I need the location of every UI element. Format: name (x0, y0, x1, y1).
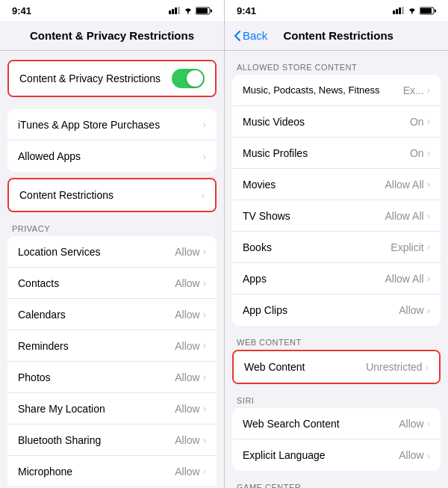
explicit-language-row[interactable]: Explicit Language Allow › (232, 439, 441, 471)
itunes-row[interactable]: iTunes & App Store Purchases › (7, 109, 217, 140)
tvshows-row[interactable]: TV Shows Allow All › (232, 200, 441, 232)
back-label-right: Back (243, 29, 267, 42)
books-row[interactable]: Books Explicit › (232, 232, 441, 263)
web-content-row[interactable]: Web Content Unrestricted › (234, 351, 439, 383)
web-content-value: Unrestricted (366, 361, 422, 373)
status-icons-right (393, 7, 436, 15)
privacy-card: Location Services Allow › Contacts Allow… (7, 236, 217, 488)
app-clips-chevron: › (427, 305, 430, 316)
books-value: Explicit (391, 241, 423, 253)
bluetooth-chevron: › (203, 434, 206, 445)
toggle-card: Content & Privacy Restrictions (9, 61, 215, 96)
books-chevron: › (427, 241, 430, 253)
privacy-section-header: PRIVACY (0, 224, 224, 236)
apps-row[interactable]: Apps Allow All › (232, 263, 441, 294)
content-privacy-toggle[interactable] (172, 69, 205, 88)
content-restrictions-highlight: Content Restrictions › (7, 178, 217, 212)
svg-rect-7 (211, 9, 212, 12)
svg-rect-11 (402, 7, 404, 14)
nav-bar-left: Content & Privacy Restrictions (0, 21, 224, 51)
calendars-row[interactable]: Calendars Allow › (7, 299, 217, 330)
itunes-chevron: › (203, 119, 206, 130)
content-restrictions-row[interactable]: Content Restrictions › (9, 179, 215, 211)
app-clips-label: App Clips (243, 304, 399, 316)
photos-row[interactable]: Photos Allow › (7, 362, 217, 393)
status-bar-left: 9:41 (0, 0, 224, 21)
tvshows-value: Allow All (385, 210, 424, 222)
nav-title-left: Content & Privacy Restrictions (9, 29, 215, 42)
bluetooth-value: Allow (175, 434, 199, 446)
music-profiles-label: Music Profiles (243, 147, 410, 159)
siri-header: SIRI (225, 396, 448, 408)
web-content-section: WEB CONTENT Web Content Unrestricted › (225, 338, 448, 384)
web-content-header: WEB CONTENT (225, 338, 448, 350)
web-search-chevron: › (427, 418, 430, 429)
allowed-store-section: ALLOWED STORE CONTENT Music, Podcasts, N… (225, 63, 448, 326)
right-scroll[interactable]: ALLOWED STORE CONTENT Music, Podcasts, N… (225, 51, 448, 488)
location-chevron: › (203, 246, 206, 257)
signal-icon (169, 7, 181, 14)
app-clips-value: Allow (399, 304, 423, 316)
left-scroll[interactable]: Content & Privacy Restrictions iTunes & … (0, 51, 224, 488)
music-profiles-chevron: › (427, 147, 430, 158)
game-center-section: GAME CENTER Multiplayer Games Allow with… (225, 483, 448, 488)
status-icons-left (169, 7, 212, 15)
music-profiles-row[interactable]: Music Profiles On › (232, 138, 441, 169)
bluetooth-row[interactable]: Bluetooth Sharing Allow › (7, 424, 217, 456)
allowed-apps-chevron: › (203, 151, 206, 162)
content-restrictions-chevron: › (202, 190, 205, 201)
books-label: Books (243, 241, 391, 253)
allowed-apps-row[interactable]: Allowed Apps › (7, 140, 217, 172)
itunes-card: iTunes & App Store Purchases › Allowed A… (7, 109, 217, 172)
reminders-value: Allow (175, 340, 199, 352)
signal-icon-right (393, 7, 405, 14)
back-button-right[interactable]: Back (234, 29, 267, 42)
svg-rect-9 (396, 9, 398, 14)
explicit-language-chevron: › (427, 450, 430, 461)
app-clips-row[interactable]: App Clips Allow › (232, 294, 441, 326)
back-chevron-icon (234, 30, 241, 42)
nav-bar-right: Back Content Restrictions (225, 21, 448, 51)
music-videos-chevron: › (427, 116, 430, 127)
movies-label: Movies (243, 179, 385, 191)
photos-value: Allow (175, 371, 199, 383)
microphone-row[interactable]: Microphone Allow › (7, 456, 217, 487)
music-podcasts-row[interactable]: Music, Podcasts, News, Fitness Ex... › (232, 75, 441, 106)
music-videos-label: Music Videos (243, 116, 410, 128)
left-screen: 9:41 Content & Privacy Restrictions Cont… (0, 0, 224, 488)
right-screen: 9:41 Back Content Restrictions ALLOWED S… (224, 0, 448, 488)
svg-rect-15 (435, 9, 436, 12)
location-value: Allow (175, 246, 199, 258)
toggle-row[interactable]: Content & Privacy Restrictions (9, 61, 215, 96)
movies-row[interactable]: Movies Allow All › (232, 169, 441, 200)
apps-chevron: › (427, 273, 430, 284)
allowed-store-header: ALLOWED STORE CONTENT (225, 63, 448, 75)
status-bar-right: 9:41 (225, 0, 448, 21)
svg-rect-10 (399, 7, 401, 14)
contacts-chevron: › (203, 277, 206, 288)
toggle-highlight-box: Content & Privacy Restrictions (7, 60, 217, 97)
share-location-value: Allow (175, 403, 199, 415)
music-videos-row[interactable]: Music Videos On › (232, 106, 441, 138)
reminders-row[interactable]: Reminders Allow › (7, 330, 217, 362)
photos-label: Photos (18, 371, 175, 383)
calendars-chevron: › (203, 309, 206, 320)
microphone-chevron: › (203, 466, 206, 477)
svg-point-12 (411, 13, 413, 14)
movies-chevron: › (427, 179, 430, 190)
share-location-row[interactable]: Share My Location Allow › (7, 393, 217, 424)
photos-chevron: › (203, 371, 206, 383)
web-search-row[interactable]: Web Search Content Allow › (232, 408, 441, 439)
contacts-row[interactable]: Contacts Allow › (7, 268, 217, 299)
toggle-label: Content & Privacy Restrictions (19, 72, 172, 84)
share-location-chevron: › (203, 403, 206, 414)
location-label: Location Services (18, 246, 175, 258)
battery-icon (196, 7, 212, 15)
explicit-language-label: Explicit Language (243, 449, 399, 461)
game-center-header: GAME CENTER (225, 483, 448, 488)
allowed-apps-label: Allowed Apps (18, 150, 203, 162)
location-row[interactable]: Location Services Allow › (7, 236, 217, 268)
reminders-label: Reminders (18, 340, 175, 352)
music-profiles-value: On (410, 147, 424, 159)
contacts-value: Allow (175, 277, 199, 289)
